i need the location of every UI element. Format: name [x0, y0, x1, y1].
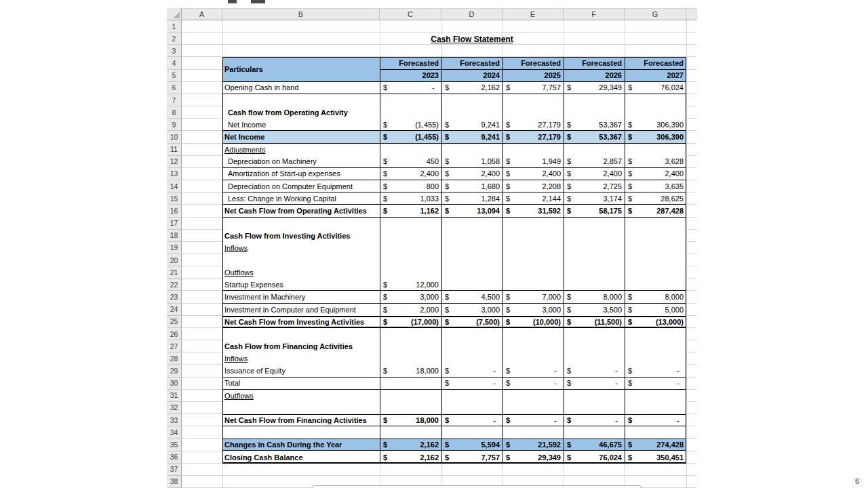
- row-header-11[interactable]: 11: [167, 144, 182, 156]
- cell-B31[interactable]: Outflows: [222, 390, 380, 402]
- row-header-23[interactable]: 23: [167, 291, 182, 303]
- cell-E21[interactable]: [502, 266, 564, 279]
- cell-C16[interactable]: $1,162: [380, 205, 441, 216]
- header-cell-particulars[interactable]: Particulars: [222, 57, 380, 81]
- cell-B14[interactable]: Depreciation on Computer Equipment: [222, 180, 380, 192]
- cell-C33[interactable]: $18,000: [380, 415, 441, 426]
- column-header-A[interactable]: A: [182, 8, 222, 20]
- cell-B19[interactable]: Inflows: [222, 242, 380, 254]
- header-cell-forecasted[interactable]: Forecasted: [625, 57, 686, 69]
- row-header-9[interactable]: 9: [167, 119, 182, 131]
- cell-D12[interactable]: $1,058: [441, 156, 502, 167]
- cell-B13[interactable]: Amortization of Start-up expenses: [222, 168, 380, 180]
- cell-C28[interactable]: [380, 352, 441, 365]
- cell-F24[interactable]: $3,500: [564, 304, 625, 316]
- cell-G21[interactable]: [625, 266, 686, 279]
- cell-D10[interactable]: $9,241: [441, 131, 502, 142]
- cell-B23[interactable]: Investment in Machinery: [222, 291, 380, 302]
- cell-E25[interactable]: $(10,000): [502, 317, 564, 327]
- row-header-12[interactable]: 12: [167, 156, 182, 168]
- cell-G13[interactable]: $2,400: [625, 168, 686, 180]
- cell-F20[interactable]: [564, 254, 625, 266]
- cell-D27[interactable]: [441, 340, 502, 352]
- row-header-5[interactable]: 5: [167, 70, 182, 82]
- cell-D20[interactable]: [441, 254, 502, 266]
- cell-B30[interactable]: Total: [222, 378, 380, 389]
- cell-D31[interactable]: [441, 390, 502, 402]
- cell-F26[interactable]: [564, 328, 625, 340]
- row-header-7[interactable]: 7: [167, 94, 182, 106]
- cell-C23[interactable]: $3,000: [380, 291, 441, 302]
- header-cell-year[interactable]: 2025: [503, 70, 564, 81]
- cell-G8[interactable]: [625, 106, 686, 119]
- cell-C18[interactable]: [380, 230, 441, 242]
- header-cell-forecasted[interactable]: Forecasted: [503, 57, 564, 69]
- cell-B27[interactable]: Cash Flow from Financing Activities: [222, 340, 380, 352]
- cell-E13[interactable]: $2,400: [502, 168, 564, 180]
- cell-C31[interactable]: [380, 390, 441, 402]
- row-header-18[interactable]: 18: [167, 230, 182, 242]
- cell-F23[interactable]: $8,000: [564, 291, 625, 302]
- cell-F13[interactable]: $2,400: [564, 168, 625, 180]
- cell-D26[interactable]: [441, 328, 502, 340]
- cell-F29[interactable]: $-: [564, 365, 625, 376]
- cell-B16[interactable]: Net Cash Flow from Operating Activities: [222, 205, 380, 216]
- cell-F28[interactable]: [564, 352, 625, 365]
- cell-G9[interactable]: $306,390: [625, 119, 686, 130]
- cell-G20[interactable]: [625, 254, 686, 266]
- cell-C13[interactable]: $2,400: [380, 168, 441, 180]
- cell-G14[interactable]: $3,635: [625, 180, 686, 192]
- header-cell-year[interactable]: 2026: [564, 70, 625, 81]
- cell-F36[interactable]: $76,024: [564, 451, 625, 463]
- cell-E27[interactable]: [502, 340, 564, 352]
- cell-D17[interactable]: [441, 218, 502, 230]
- row-header-6[interactable]: 6: [167, 82, 182, 94]
- cell-F15[interactable]: $3,174: [564, 192, 625, 204]
- column-header-D[interactable]: D: [441, 8, 502, 20]
- cell-C20[interactable]: [380, 254, 441, 266]
- cell-G22[interactable]: [625, 279, 686, 290]
- cell-G29[interactable]: $-: [625, 365, 686, 376]
- cell-G31[interactable]: [625, 390, 686, 402]
- cell-E23[interactable]: $7,000: [502, 291, 564, 302]
- row-header-15[interactable]: 15: [167, 192, 182, 205]
- cell-F30[interactable]: $-: [564, 378, 625, 389]
- cell-F21[interactable]: [564, 266, 625, 279]
- cell-G17[interactable]: [625, 218, 686, 230]
- column-header-B[interactable]: B: [222, 8, 380, 20]
- cell-F8[interactable]: [564, 106, 625, 119]
- cell-F25[interactable]: $(11,500): [564, 317, 625, 327]
- row-header-20[interactable]: 20: [167, 254, 182, 266]
- cell-C19[interactable]: [380, 242, 441, 254]
- row-header-31[interactable]: 31: [167, 390, 182, 402]
- cell-B22[interactable]: Startup Expenses: [222, 279, 380, 290]
- cell-F18[interactable]: [564, 230, 625, 242]
- cell-D23[interactable]: $4,500: [441, 291, 502, 302]
- column-header-partial[interactable]: [686, 8, 696, 20]
- cell-E31[interactable]: [502, 390, 564, 402]
- cell-E6[interactable]: $7,757: [502, 82, 564, 94]
- row-header-14[interactable]: 14: [167, 180, 182, 192]
- column-header-G[interactable]: G: [625, 8, 686, 20]
- cell-C11[interactable]: [380, 144, 441, 156]
- cell-D36[interactable]: $7,757: [441, 451, 502, 463]
- cell-E16[interactable]: $31,592: [502, 205, 564, 216]
- cell-F12[interactable]: $2,857: [564, 156, 625, 167]
- cell-D21[interactable]: [441, 266, 502, 279]
- cell-B6[interactable]: Opening Cash in hand: [222, 82, 380, 94]
- cell-B26[interactable]: [222, 328, 380, 340]
- cell-E15[interactable]: $2,144: [502, 192, 564, 204]
- cell-E30[interactable]: $-: [502, 378, 564, 389]
- row-header-2[interactable]: 2: [167, 33, 182, 45]
- cell-B33[interactable]: Net Cash Flow from Financing Activities: [222, 415, 380, 426]
- cell-D24[interactable]: $3,000: [441, 304, 502, 316]
- cell-F7[interactable]: [564, 94, 625, 106]
- cell-G6[interactable]: $76,024: [625, 82, 686, 94]
- cell-C22[interactable]: $12,000: [380, 279, 441, 290]
- cell-B20[interactable]: [222, 254, 380, 266]
- cell-D35[interactable]: $5,594: [441, 439, 502, 450]
- cell-F19[interactable]: [564, 242, 625, 254]
- cell-G32[interactable]: [625, 402, 686, 414]
- cell-D29[interactable]: $-: [441, 365, 502, 376]
- cell-B7[interactable]: [222, 94, 380, 106]
